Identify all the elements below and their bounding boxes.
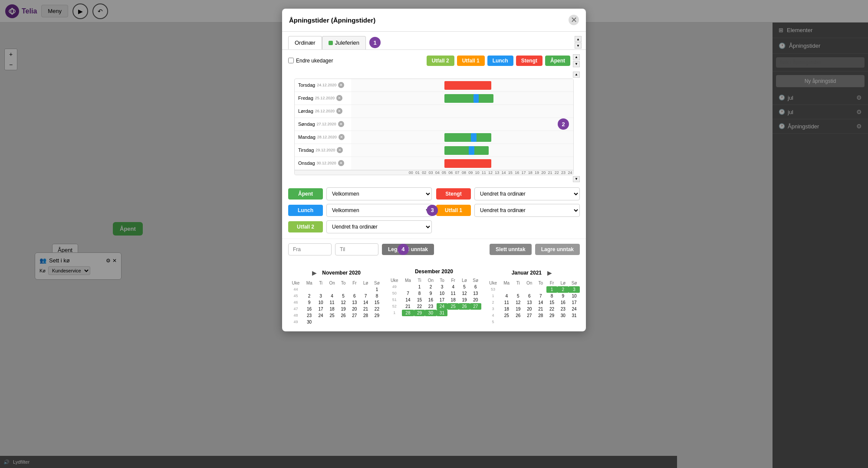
- calendar-day[interactable]: 10: [315, 299, 326, 306]
- remove-onsdag-btn[interactable]: ✕: [338, 160, 344, 166]
- calendar-day[interactable]: 31: [437, 310, 448, 316]
- legend-utfall1-button[interactable]: Utfall 1: [457, 56, 485, 66]
- timeline-bars-torsdag[interactable]: [351, 79, 573, 92]
- calendar-day[interactable]: 5: [459, 284, 470, 290]
- remove-torsdag-btn[interactable]: ✕: [338, 82, 344, 88]
- calendar-day[interactable]: 23: [303, 312, 315, 319]
- timeline-bars-lordag[interactable]: [351, 105, 573, 118]
- calendar-day[interactable]: 27: [524, 312, 535, 319]
- calendar-day[interactable]: 19: [459, 297, 470, 303]
- calendar-day[interactable]: 19: [338, 306, 349, 312]
- timeline-bars-tirsdag[interactable]: [351, 144, 573, 157]
- timeline-bars-fredag[interactable]: [351, 92, 573, 105]
- calendar-day[interactable]: 26: [338, 312, 349, 319]
- calendar-day[interactable]: 20: [470, 297, 481, 303]
- action-apent-select[interactable]: Velkommen: [326, 187, 432, 200]
- fra-date-input[interactable]: [288, 243, 332, 255]
- til-date-input[interactable]: [335, 243, 378, 255]
- calendar-day[interactable]: 29: [372, 312, 383, 319]
- calendar-day[interactable]: 5: [513, 293, 524, 299]
- action-stengt-button[interactable]: Stengt: [436, 188, 471, 200]
- calendar-day[interactable]: 3: [437, 284, 448, 290]
- calendar-day[interactable]: 16: [425, 297, 436, 303]
- timeline-bars-sondag[interactable]: 2: [351, 118, 573, 131]
- modal-close-button[interactable]: ✕: [569, 15, 579, 25]
- calendar-day[interactable]: 18: [447, 297, 459, 303]
- calendar-day[interactable]: 17: [437, 297, 448, 303]
- calendar-day[interactable]: 8: [372, 293, 383, 299]
- calendar-day[interactable]: 26: [513, 312, 524, 319]
- calendar-day[interactable]: 16: [557, 299, 569, 306]
- legend-utfall2-button[interactable]: Utfall 2: [427, 56, 454, 66]
- calendar-day[interactable]: 25: [326, 312, 338, 319]
- timeline-scroll-down[interactable]: ▼: [573, 176, 580, 182]
- calendar-day[interactable]: 19: [513, 306, 524, 312]
- calendar-day[interactable]: 24: [569, 306, 580, 312]
- tab-juleferien[interactable]: Juleferien: [322, 36, 366, 49]
- calendar-next-button[interactable]: ▶: [545, 268, 554, 277]
- calendar-day[interactable]: 13: [470, 290, 481, 297]
- calendar-day[interactable]: 17: [569, 299, 580, 306]
- calendar-day[interactable]: 22: [546, 306, 558, 312]
- calendar-day[interactable]: 20: [524, 306, 535, 312]
- remove-mandag-btn[interactable]: ✕: [339, 134, 345, 140]
- calendar-day[interactable]: 8: [414, 290, 425, 297]
- calendar-day[interactable]: 9: [425, 290, 436, 297]
- calendar-day[interactable]: 29: [546, 312, 558, 319]
- calendar-day[interactable]: 18: [501, 306, 513, 312]
- calendar-day[interactable]: 7: [535, 293, 546, 299]
- calendar-day[interactable]: 28: [360, 312, 372, 319]
- action-lunch-select[interactable]: Velkommen: [326, 204, 432, 217]
- calendar-day[interactable]: 10: [569, 293, 580, 299]
- calendar-day[interactable]: 7: [360, 293, 372, 299]
- endre-ukedager-checkbox[interactable]: [288, 58, 294, 63]
- calendar-day[interactable]: 29: [414, 310, 425, 316]
- calendar-day[interactable]: 14: [360, 299, 372, 306]
- calendar-prev-button[interactable]: ▶: [310, 268, 319, 277]
- remove-sondag-btn[interactable]: ✕: [338, 121, 344, 127]
- calendar-day[interactable]: 12: [513, 299, 524, 306]
- calendar-day[interactable]: 22: [414, 303, 425, 310]
- calendar-day[interactable]: 11: [501, 299, 513, 306]
- action-utfall2-button[interactable]: Utfall 2: [288, 221, 323, 232]
- calendar-day[interactable]: 24: [315, 312, 326, 319]
- calendar-day[interactable]: 27: [470, 303, 481, 310]
- calendar-day[interactable]: 15: [546, 299, 558, 306]
- calendar-day[interactable]: 5: [338, 293, 349, 299]
- timeline-bars-mandag[interactable]: [351, 131, 573, 144]
- tab-scroll-up[interactable]: ▲: [575, 36, 582, 42]
- calendar-day[interactable]: 14: [402, 297, 414, 303]
- calendar-day[interactable]: 18: [326, 306, 338, 312]
- calendar-day[interactable]: 15: [372, 299, 383, 306]
- action-stengt-select[interactable]: Uendret fra ordinær: [474, 187, 580, 200]
- legend-scroll-down[interactable]: ▼: [573, 61, 580, 67]
- timeline-scroll-area[interactable]: Torsdag 24.12.2020 ✕ Fredag 25.12.2020 ✕: [295, 79, 573, 170]
- calendar-day[interactable]: 1: [546, 286, 558, 293]
- calendar-day[interactable]: 30: [557, 312, 569, 319]
- calendar-day[interactable]: 21: [360, 306, 372, 312]
- remove-fredag-btn[interactable]: ✕: [336, 95, 342, 101]
- legend-apent-button[interactable]: Åpent: [545, 56, 570, 66]
- calendar-day[interactable]: 26: [459, 303, 470, 310]
- calendar-day[interactable]: 15: [414, 297, 425, 303]
- calendar-day[interactable]: 1: [414, 284, 425, 290]
- calendar-day[interactable]: 9: [303, 299, 315, 306]
- calendar-day[interactable]: 12: [338, 299, 349, 306]
- remove-lordag-btn[interactable]: ✕: [336, 108, 342, 114]
- calendar-day[interactable]: 30: [425, 310, 436, 316]
- calendar-day[interactable]: 21: [402, 303, 414, 310]
- calendar-day[interactable]: 24: [437, 303, 448, 310]
- calendar-day[interactable]: 11: [326, 299, 338, 306]
- legend-scroll-up[interactable]: ▲: [573, 54, 580, 60]
- calendar-day[interactable]: 28: [535, 312, 546, 319]
- calendar-day[interactable]: 28: [402, 310, 414, 316]
- save-exception-button[interactable]: Lagre unntak: [535, 244, 580, 255]
- calendar-day[interactable]: 4: [501, 293, 513, 299]
- legend-lunch-button[interactable]: Lunch: [487, 56, 513, 66]
- calendar-day[interactable]: 22: [372, 306, 383, 312]
- calendar-day[interactable]: 25: [501, 312, 513, 319]
- calendar-day[interactable]: 2: [303, 293, 315, 299]
- action-lunch-button[interactable]: Lunch: [288, 205, 323, 216]
- action-apent-button[interactable]: Åpent: [288, 188, 323, 200]
- calendar-day[interactable]: 10: [437, 290, 448, 297]
